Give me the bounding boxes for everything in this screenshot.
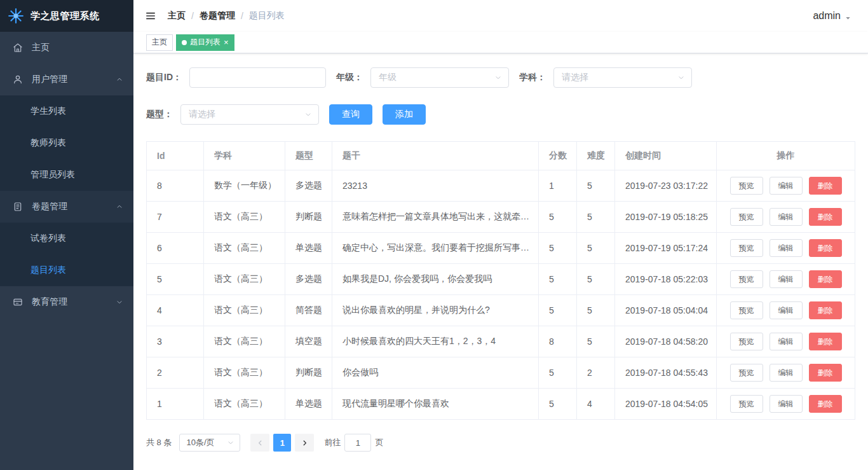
sidebar-subitem[interactable]: 题目列表 bbox=[0, 254, 133, 286]
cell-qtype: 多选题 bbox=[285, 264, 332, 295]
view-tab-1[interactable]: 题目列表× bbox=[176, 34, 234, 51]
sidebar-submenu: 试卷列表题目列表 bbox=[0, 223, 133, 286]
preview-button[interactable]: 预览 bbox=[730, 395, 763, 413]
user-icon bbox=[13, 74, 24, 85]
cell-score: 8 bbox=[539, 326, 577, 357]
chevron-down-icon bbox=[304, 111, 312, 118]
subject-select[interactable]: 请选择 bbox=[553, 67, 692, 88]
goto-page-input[interactable] bbox=[344, 434, 371, 452]
cell-stem: 现代流量明星哪个你最喜欢 bbox=[332, 389, 539, 420]
table-header-3: 题干 bbox=[332, 142, 539, 170]
delete-button[interactable]: 删除 bbox=[809, 177, 842, 195]
app-logo: 学之思管理系统 bbox=[0, 0, 133, 32]
chevron-down-icon bbox=[494, 74, 502, 81]
sidebar-item-3[interactable]: 教育管理 bbox=[0, 286, 133, 318]
app-logo-icon bbox=[8, 8, 24, 24]
sidebar-toggle-button[interactable] bbox=[145, 10, 156, 22]
edit-button[interactable]: 编辑 bbox=[770, 364, 803, 382]
edit-button[interactable]: 编辑 bbox=[770, 270, 803, 288]
tabs-bar: 主页题目列表× bbox=[133, 32, 868, 53]
delete-button[interactable]: 删除 bbox=[809, 333, 842, 350]
sidebar-item-label: 主页 bbox=[32, 42, 50, 53]
cell-stem: 确定中心，写出深意。我们要着于挖掘所写事件… bbox=[332, 233, 539, 264]
cell-actions: 预览编辑删除 bbox=[717, 357, 855, 389]
cell-difficulty: 5 bbox=[577, 326, 615, 357]
question-type-select[interactable]: 请选择 bbox=[180, 104, 319, 125]
edit-button[interactable]: 编辑 bbox=[770, 333, 803, 350]
breadcrumb-item-1[interactable]: 卷题管理 bbox=[200, 10, 235, 22]
sidebar-item-1[interactable]: 用户管理 bbox=[0, 64, 133, 95]
delete-button[interactable]: 删除 bbox=[809, 270, 842, 288]
sidebar-item-label: 卷题管理 bbox=[32, 201, 67, 212]
page-size-select[interactable]: 10条/页 bbox=[179, 434, 240, 452]
edit-button[interactable]: 编辑 bbox=[770, 395, 803, 413]
delete-button[interactable]: 删除 bbox=[809, 364, 842, 382]
preview-button[interactable]: 预览 bbox=[730, 301, 763, 319]
delete-button[interactable]: 删除 bbox=[809, 208, 842, 226]
tab-close-icon[interactable]: × bbox=[224, 38, 229, 46]
view-tab-label: 题目列表 bbox=[190, 37, 220, 48]
preview-button[interactable]: 预览 bbox=[730, 333, 763, 350]
cell-id: 1 bbox=[147, 389, 204, 420]
cell-qtype: 多选题 bbox=[285, 170, 332, 202]
edit-button[interactable]: 编辑 bbox=[770, 208, 803, 226]
sidebar-subitem[interactable]: 教师列表 bbox=[0, 127, 133, 159]
sidebar-subitem[interactable]: 试卷列表 bbox=[0, 223, 133, 254]
grade-select[interactable]: 年级 bbox=[370, 67, 509, 88]
edit-button[interactable]: 编辑 bbox=[770, 301, 803, 319]
chevron-up-icon bbox=[116, 203, 123, 211]
table-row-4: 4语文（高三）简答题说出你最喜欢的明星，并说明为什么?552019-07-18 … bbox=[147, 295, 855, 326]
chevron-down-icon bbox=[227, 439, 234, 446]
cell-id: 4 bbox=[147, 295, 204, 326]
preview-button[interactable]: 预览 bbox=[730, 177, 763, 195]
subject-label: 学科： bbox=[519, 72, 546, 83]
chevron-right-icon bbox=[301, 439, 309, 447]
preview-button[interactable]: 预览 bbox=[730, 208, 763, 226]
view-tab-0[interactable]: 主页 bbox=[146, 34, 173, 51]
chevron-up-icon bbox=[116, 76, 123, 83]
main-area: 主页/卷题管理/题目列表 admin 主页题目列表× 题目ID： 年级： 年级 bbox=[133, 0, 868, 470]
delete-button[interactable]: 删除 bbox=[809, 395, 842, 413]
grade-select-value: 年级 bbox=[379, 72, 397, 83]
preview-button[interactable]: 预览 bbox=[730, 270, 763, 288]
cell-qtype: 单选题 bbox=[285, 233, 332, 264]
search-button[interactable]: 查询 bbox=[329, 104, 372, 125]
cell-created_at: 2019-07-19 05:18:25 bbox=[615, 202, 717, 233]
breadcrumb-item-0[interactable]: 主页 bbox=[168, 10, 186, 22]
page-number-1[interactable]: 1 bbox=[273, 434, 291, 452]
app-title: 学之思管理系统 bbox=[31, 10, 100, 22]
sidebar-subitem[interactable]: 管理员列表 bbox=[0, 159, 133, 191]
question-id-label: 题目ID： bbox=[146, 72, 182, 83]
cell-difficulty: 5 bbox=[577, 233, 615, 264]
delete-button[interactable]: 删除 bbox=[809, 239, 842, 257]
preview-button[interactable]: 预览 bbox=[730, 364, 763, 382]
edit-button[interactable]: 编辑 bbox=[770, 239, 803, 257]
questions-table: Id学科题型题干分数难度创建时间操作 8数学（一年级）多选题2321315201… bbox=[146, 141, 855, 420]
cell-id: 6 bbox=[147, 233, 204, 264]
delete-button[interactable]: 删除 bbox=[809, 301, 842, 319]
cell-actions: 预览编辑删除 bbox=[717, 326, 855, 357]
add-button[interactable]: 添加 bbox=[383, 104, 426, 125]
sidebar-subitem[interactable]: 学生列表 bbox=[0, 95, 133, 127]
prev-page-button[interactable] bbox=[250, 434, 269, 452]
question-id-input[interactable] bbox=[189, 67, 326, 88]
preview-button[interactable]: 预览 bbox=[730, 239, 763, 257]
edit-button[interactable]: 编辑 bbox=[770, 177, 803, 195]
cell-qtype: 判断题 bbox=[285, 357, 332, 389]
cell-actions: 预览编辑删除 bbox=[717, 295, 855, 326]
table-row-3: 3语文（高三）填空题小时候最喜欢的四大天王有1，2，3，4852019-07-1… bbox=[147, 326, 855, 357]
sidebar-item-2[interactable]: 卷题管理 bbox=[0, 191, 133, 223]
page-unit-label: 页 bbox=[375, 437, 383, 448]
cell-difficulty: 4 bbox=[577, 389, 615, 420]
cell-stem: 23213 bbox=[332, 170, 539, 202]
cell-created_at: 2019-07-23 03:17:22 bbox=[615, 170, 717, 202]
cell-actions: 预览编辑删除 bbox=[717, 389, 855, 420]
user-menu[interactable]: admin bbox=[813, 10, 851, 22]
next-page-button[interactable] bbox=[295, 434, 314, 452]
sidebar-subitem-label: 题目列表 bbox=[31, 265, 66, 276]
cell-created_at: 2019-07-18 04:55:43 bbox=[615, 357, 717, 389]
cell-created_at: 2019-07-19 05:17:24 bbox=[615, 233, 717, 264]
cell-difficulty: 5 bbox=[577, 264, 615, 295]
cell-score: 1 bbox=[539, 170, 577, 202]
sidebar-item-0[interactable]: 主页 bbox=[0, 32, 133, 64]
